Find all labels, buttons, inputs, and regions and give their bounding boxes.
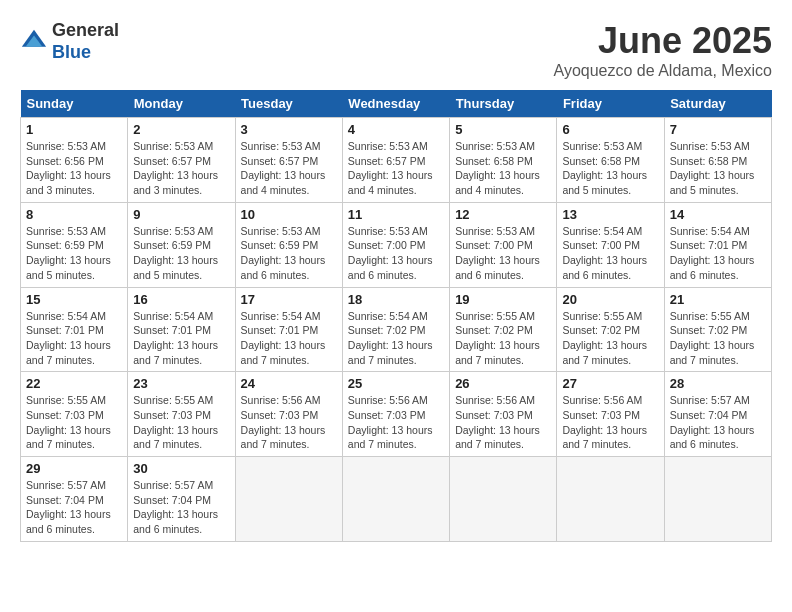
day-info: Sunrise: 5:54 AMSunset: 7:01 PMDaylight:…: [241, 309, 337, 368]
month-title: June 2025: [554, 20, 773, 62]
day-info: Sunrise: 5:57 AMSunset: 7:04 PMDaylight:…: [670, 393, 766, 452]
table-row: 5Sunrise: 5:53 AMSunset: 6:58 PMDaylight…: [450, 118, 557, 203]
logo-general: General: [52, 20, 119, 40]
day-number: 1: [26, 122, 122, 137]
day-number: 2: [133, 122, 229, 137]
day-info: Sunrise: 5:53 AMSunset: 6:57 PMDaylight:…: [241, 139, 337, 198]
table-row: 18Sunrise: 5:54 AMSunset: 7:02 PMDayligh…: [342, 287, 449, 372]
day-info: Sunrise: 5:56 AMSunset: 7:03 PMDaylight:…: [241, 393, 337, 452]
day-number: 27: [562, 376, 658, 391]
day-info: Sunrise: 5:53 AMSunset: 6:59 PMDaylight:…: [26, 224, 122, 283]
table-row: 30Sunrise: 5:57 AMSunset: 7:04 PMDayligh…: [128, 457, 235, 542]
day-info: Sunrise: 5:54 AMSunset: 7:01 PMDaylight:…: [133, 309, 229, 368]
day-number: 9: [133, 207, 229, 222]
col-wednesday: Wednesday: [342, 90, 449, 118]
table-row: 21Sunrise: 5:55 AMSunset: 7:02 PMDayligh…: [664, 287, 771, 372]
day-number: 14: [670, 207, 766, 222]
day-number: 17: [241, 292, 337, 307]
day-number: 7: [670, 122, 766, 137]
table-row: 9Sunrise: 5:53 AMSunset: 6:59 PMDaylight…: [128, 202, 235, 287]
day-number: 24: [241, 376, 337, 391]
table-row: [450, 457, 557, 542]
day-number: 26: [455, 376, 551, 391]
calendar-week-4: 22Sunrise: 5:55 AMSunset: 7:03 PMDayligh…: [21, 372, 772, 457]
day-info: Sunrise: 5:55 AMSunset: 7:02 PMDaylight:…: [670, 309, 766, 368]
day-number: 16: [133, 292, 229, 307]
calendar-week-5: 29Sunrise: 5:57 AMSunset: 7:04 PMDayligh…: [21, 457, 772, 542]
col-friday: Friday: [557, 90, 664, 118]
day-info: Sunrise: 5:53 AMSunset: 7:00 PMDaylight:…: [455, 224, 551, 283]
header-row: Sunday Monday Tuesday Wednesday Thursday…: [21, 90, 772, 118]
table-row: 17Sunrise: 5:54 AMSunset: 7:01 PMDayligh…: [235, 287, 342, 372]
table-row: 16Sunrise: 5:54 AMSunset: 7:01 PMDayligh…: [128, 287, 235, 372]
day-number: 6: [562, 122, 658, 137]
day-number: 25: [348, 376, 444, 391]
day-info: Sunrise: 5:57 AMSunset: 7:04 PMDaylight:…: [26, 478, 122, 537]
table-row: 20Sunrise: 5:55 AMSunset: 7:02 PMDayligh…: [557, 287, 664, 372]
day-info: Sunrise: 5:55 AMSunset: 7:02 PMDaylight:…: [455, 309, 551, 368]
table-row: 22Sunrise: 5:55 AMSunset: 7:03 PMDayligh…: [21, 372, 128, 457]
table-row: [664, 457, 771, 542]
table-row: 6Sunrise: 5:53 AMSunset: 6:58 PMDaylight…: [557, 118, 664, 203]
title-block: June 2025 Ayoquezco de Aldama, Mexico: [554, 20, 773, 80]
day-info: Sunrise: 5:56 AMSunset: 7:03 PMDaylight:…: [562, 393, 658, 452]
logo-text: General Blue: [52, 20, 119, 63]
day-number: 20: [562, 292, 658, 307]
logo-icon: [20, 28, 48, 56]
day-number: 5: [455, 122, 551, 137]
day-info: Sunrise: 5:53 AMSunset: 6:59 PMDaylight:…: [133, 224, 229, 283]
col-saturday: Saturday: [664, 90, 771, 118]
day-info: Sunrise: 5:53 AMSunset: 6:57 PMDaylight:…: [348, 139, 444, 198]
logo-blue: Blue: [52, 42, 91, 62]
day-info: Sunrise: 5:55 AMSunset: 7:03 PMDaylight:…: [26, 393, 122, 452]
page-header: General Blue June 2025 Ayoquezco de Alda…: [20, 20, 772, 80]
day-info: Sunrise: 5:55 AMSunset: 7:03 PMDaylight:…: [133, 393, 229, 452]
day-info: Sunrise: 5:55 AMSunset: 7:02 PMDaylight:…: [562, 309, 658, 368]
day-info: Sunrise: 5:53 AMSunset: 7:00 PMDaylight:…: [348, 224, 444, 283]
table-row: 8Sunrise: 5:53 AMSunset: 6:59 PMDaylight…: [21, 202, 128, 287]
day-number: 21: [670, 292, 766, 307]
day-info: Sunrise: 5:56 AMSunset: 7:03 PMDaylight:…: [455, 393, 551, 452]
day-number: 18: [348, 292, 444, 307]
table-row: 27Sunrise: 5:56 AMSunset: 7:03 PMDayligh…: [557, 372, 664, 457]
day-number: 12: [455, 207, 551, 222]
table-row: 25Sunrise: 5:56 AMSunset: 7:03 PMDayligh…: [342, 372, 449, 457]
col-monday: Monday: [128, 90, 235, 118]
day-number: 15: [26, 292, 122, 307]
day-number: 8: [26, 207, 122, 222]
day-info: Sunrise: 5:57 AMSunset: 7:04 PMDaylight:…: [133, 478, 229, 537]
day-info: Sunrise: 5:54 AMSunset: 7:00 PMDaylight:…: [562, 224, 658, 283]
table-row: 2Sunrise: 5:53 AMSunset: 6:57 PMDaylight…: [128, 118, 235, 203]
location: Ayoquezco de Aldama, Mexico: [554, 62, 773, 80]
table-row: 15Sunrise: 5:54 AMSunset: 7:01 PMDayligh…: [21, 287, 128, 372]
col-tuesday: Tuesday: [235, 90, 342, 118]
col-thursday: Thursday: [450, 90, 557, 118]
table-row: [557, 457, 664, 542]
table-row: 10Sunrise: 5:53 AMSunset: 6:59 PMDayligh…: [235, 202, 342, 287]
table-row: 29Sunrise: 5:57 AMSunset: 7:04 PMDayligh…: [21, 457, 128, 542]
day-number: 11: [348, 207, 444, 222]
logo: General Blue: [20, 20, 119, 63]
calendar-week-2: 8Sunrise: 5:53 AMSunset: 6:59 PMDaylight…: [21, 202, 772, 287]
day-info: Sunrise: 5:53 AMSunset: 6:58 PMDaylight:…: [562, 139, 658, 198]
day-info: Sunrise: 5:56 AMSunset: 7:03 PMDaylight:…: [348, 393, 444, 452]
table-row: 4Sunrise: 5:53 AMSunset: 6:57 PMDaylight…: [342, 118, 449, 203]
table-row: 19Sunrise: 5:55 AMSunset: 7:02 PMDayligh…: [450, 287, 557, 372]
table-row: 26Sunrise: 5:56 AMSunset: 7:03 PMDayligh…: [450, 372, 557, 457]
day-number: 13: [562, 207, 658, 222]
day-info: Sunrise: 5:53 AMSunset: 6:58 PMDaylight:…: [455, 139, 551, 198]
day-info: Sunrise: 5:54 AMSunset: 7:01 PMDaylight:…: [670, 224, 766, 283]
day-number: 22: [26, 376, 122, 391]
table-row: 23Sunrise: 5:55 AMSunset: 7:03 PMDayligh…: [128, 372, 235, 457]
table-row: [342, 457, 449, 542]
calendar-table: Sunday Monday Tuesday Wednesday Thursday…: [20, 90, 772, 542]
day-number: 23: [133, 376, 229, 391]
day-number: 30: [133, 461, 229, 476]
day-number: 28: [670, 376, 766, 391]
table-row: 13Sunrise: 5:54 AMSunset: 7:00 PMDayligh…: [557, 202, 664, 287]
calendar-week-1: 1Sunrise: 5:53 AMSunset: 6:56 PMDaylight…: [21, 118, 772, 203]
day-number: 4: [348, 122, 444, 137]
day-info: Sunrise: 5:53 AMSunset: 6:58 PMDaylight:…: [670, 139, 766, 198]
day-info: Sunrise: 5:53 AMSunset: 6:59 PMDaylight:…: [241, 224, 337, 283]
day-number: 19: [455, 292, 551, 307]
